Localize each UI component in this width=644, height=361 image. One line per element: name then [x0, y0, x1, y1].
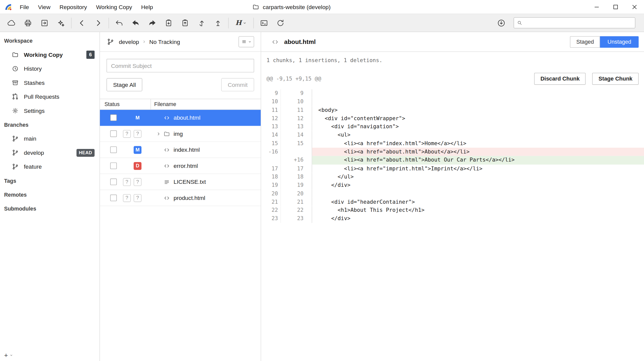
- new-line-number: 10: [281, 98, 312, 106]
- file-name-cell: index.html: [151, 146, 261, 153]
- diff-code: <li><a href="about.html">About</a></li>: [312, 148, 644, 156]
- diff-file-name: about.html: [284, 38, 316, 45]
- search-input[interactable]: [525, 20, 632, 26]
- refresh-icon: [276, 18, 285, 28]
- hunk-mode-button[interactable]: H: [231, 15, 251, 31]
- diff-line-context: 1414 <ul>: [261, 131, 644, 139]
- code-file-icon: [163, 194, 171, 201]
- app-icon: [4, 3, 12, 11]
- chevron-spacer: [154, 178, 163, 185]
- refresh-button[interactable]: [272, 15, 289, 31]
- commit-options-button[interactable]: [238, 36, 254, 47]
- folder-icon: [252, 3, 259, 10]
- stage-checkbox[interactable]: [110, 131, 117, 137]
- merge-left-button[interactable]: [127, 15, 144, 31]
- sidebar-section-submodules[interactable]: Submodules: [0, 202, 99, 216]
- current-branch[interactable]: develop: [119, 38, 139, 45]
- menu-repository[interactable]: Repository: [55, 0, 92, 14]
- sidebar-section-tags[interactable]: Tags: [0, 174, 99, 188]
- walk-up-button[interactable]: [193, 15, 210, 31]
- arrow-up-icon: [213, 18, 223, 28]
- stage-checkbox[interactable]: [110, 114, 117, 121]
- unstaged-tab[interactable]: Unstaged: [600, 36, 639, 48]
- sidebar-item-label: Stashes: [24, 80, 45, 86]
- open-repo-icon: [40, 18, 49, 28]
- sidebar-item-stashes[interactable]: Stashes: [0, 76, 99, 90]
- sidebar-item-feature[interactable]: feature: [0, 160, 99, 173]
- sidebar-section-workspace: Workspace: [0, 34, 99, 48]
- menu-help[interactable]: Help: [137, 0, 157, 14]
- menu-file[interactable]: File: [15, 0, 34, 14]
- file-row-product-html[interactable]: ?? product.html: [100, 190, 261, 206]
- commit-button[interactable]: Commit: [221, 78, 254, 91]
- sidebar-item-pull-requests[interactable]: Pull Requests: [0, 90, 99, 104]
- close-button[interactable]: [625, 0, 644, 14]
- diff-line-context: 1212 <div id="contentWrapper">: [261, 114, 644, 123]
- stash-button[interactable]: [160, 15, 177, 31]
- file-row-license-txt[interactable]: ?? LICENSE.txt: [100, 174, 261, 190]
- close-icon: [632, 4, 637, 9]
- terminal-button[interactable]: [256, 15, 272, 31]
- new-line-number: +16: [281, 156, 312, 164]
- menu-working-copy[interactable]: Working Copy: [92, 0, 137, 14]
- stage-checkbox[interactable]: [110, 163, 117, 169]
- file-row-about-html[interactable]: M about.html: [100, 110, 261, 126]
- maximize-button[interactable]: [606, 0, 625, 14]
- sidebar-item-history[interactable]: History: [0, 62, 99, 75]
- branch-icon: [12, 149, 19, 156]
- file-row-error-html[interactable]: D error.html: [100, 158, 261, 174]
- commit-panel: develop No Tracking Stage All Commit Sta…: [100, 32, 261, 361]
- chevron-spacer: [154, 114, 163, 121]
- sidebar-item-develop[interactable]: developHEAD: [0, 146, 99, 160]
- back-button[interactable]: [74, 15, 90, 31]
- sidebar-section-remotes[interactable]: Remotes: [0, 188, 99, 201]
- sidebar-item-settings[interactable]: Settings: [0, 104, 99, 118]
- sidebar-item-label: Working Copy: [24, 51, 63, 58]
- cloud-button[interactable]: [3, 15, 20, 31]
- minimize-button[interactable]: [587, 0, 606, 14]
- sidebar-item-working-copy[interactable]: Working Copy6: [0, 48, 99, 62]
- branch-icon: [12, 135, 19, 142]
- stage-all-button[interactable]: Stage All: [106, 78, 142, 91]
- merge-right-button[interactable]: [144, 15, 160, 31]
- stage-checkbox[interactable]: [110, 146, 117, 153]
- commit-subject-input[interactable]: [106, 59, 254, 72]
- add-repository-button[interactable]: +: [4, 351, 13, 359]
- file-name: product.html: [174, 195, 205, 201]
- staged-tab[interactable]: Staged: [570, 36, 600, 48]
- forward-button[interactable]: [90, 15, 106, 31]
- search-box[interactable]: [514, 17, 635, 28]
- unstash-button[interactable]: [177, 15, 193, 31]
- diff-code: [312, 89, 644, 98]
- open-repo-button[interactable]: [36, 15, 52, 31]
- menu-view[interactable]: View: [34, 0, 55, 14]
- new-line-number: 22: [281, 206, 312, 215]
- chunk-header-row: @@ -9,15 +9,15 @@ Discard Chunk Stage Ch…: [266, 73, 639, 85]
- arrow-up-button[interactable]: [210, 15, 226, 31]
- file-row-img[interactable]: ?? img: [100, 126, 261, 142]
- download-button[interactable]: [493, 15, 509, 31]
- stage-checkbox[interactable]: [110, 178, 117, 185]
- old-line-number: 12: [261, 114, 281, 123]
- discard-chunk-button[interactable]: Discard Chunk: [534, 73, 586, 85]
- status-badge-untracked: ?: [134, 194, 142, 202]
- diff-line-context: 2222 <h1>About This Project</h1>: [261, 206, 644, 215]
- sparkle-button[interactable]: [53, 15, 69, 31]
- file-row-index-html[interactable]: M index.html: [100, 142, 261, 158]
- sidebar-item-main[interactable]: main: [0, 132, 99, 145]
- branch-row: develop No Tracking: [100, 32, 261, 52]
- status-badge-untracked: ?: [134, 130, 142, 138]
- new-line-number: 17: [281, 164, 312, 173]
- stage-checkbox[interactable]: [110, 195, 117, 201]
- chevron-down-icon: [10, 353, 13, 357]
- status-badges: ??: [118, 130, 141, 138]
- expand-chevron-icon[interactable]: [154, 130, 163, 137]
- chunk-actions: Discard Chunk Stage Chunk: [534, 73, 639, 85]
- walk-up-icon: [197, 18, 206, 28]
- old-line-number: 15: [261, 139, 281, 148]
- printer-button[interactable]: [20, 15, 36, 31]
- status-badges: M: [118, 146, 141, 154]
- stage-chunk-button[interactable]: Stage Chunk: [592, 73, 638, 85]
- status-badge-d: D: [134, 162, 142, 170]
- revert-button[interactable]: [111, 15, 127, 31]
